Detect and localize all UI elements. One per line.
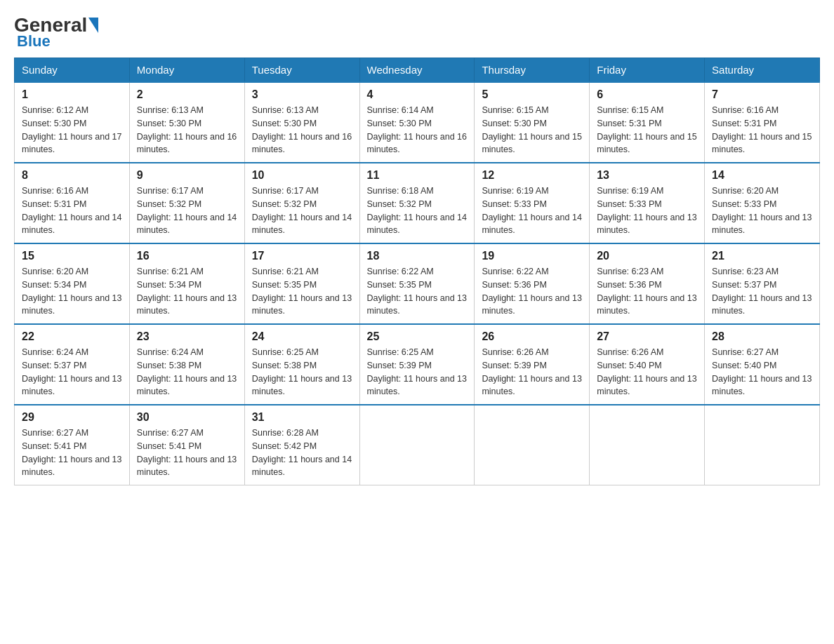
day-info: Sunrise: 6:27 AMSunset: 5:41 PMDaylight:…	[137, 428, 237, 477]
day-number: 30	[137, 411, 237, 424]
day-info: Sunrise: 6:20 AMSunset: 5:34 PMDaylight:…	[22, 267, 121, 316]
day-info: Sunrise: 6:26 AMSunset: 5:39 PMDaylight:…	[482, 347, 581, 396]
calendar-week-3: 15 Sunrise: 6:20 AMSunset: 5:34 PMDaylig…	[15, 243, 820, 324]
day-number: 3	[252, 88, 352, 101]
calendar-cell: 13 Sunrise: 6:19 AMSunset: 5:33 PMDaylig…	[590, 163, 705, 243]
day-info: Sunrise: 6:19 AMSunset: 5:33 PMDaylight:…	[482, 186, 581, 235]
day-info: Sunrise: 6:12 AMSunset: 5:30 PMDaylight:…	[22, 105, 121, 154]
day-info: Sunrise: 6:19 AMSunset: 5:33 PMDaylight:…	[597, 186, 696, 235]
day-info: Sunrise: 6:27 AMSunset: 5:41 PMDaylight:…	[22, 428, 121, 477]
day-number: 9	[137, 169, 237, 182]
calendar-cell	[705, 405, 820, 485]
calendar-cell: 1 Sunrise: 6:12 AMSunset: 5:30 PMDayligh…	[15, 82, 130, 163]
day-number: 31	[252, 411, 352, 424]
day-info: Sunrise: 6:22 AMSunset: 5:36 PMDaylight:…	[482, 267, 581, 316]
calendar-cell: 12 Sunrise: 6:19 AMSunset: 5:33 PMDaylig…	[475, 163, 590, 243]
calendar-cell: 22 Sunrise: 6:24 AMSunset: 5:37 PMDaylig…	[15, 324, 130, 405]
day-info: Sunrise: 6:18 AMSunset: 5:32 PMDaylight:…	[367, 186, 467, 235]
day-number: 22	[22, 330, 122, 343]
calendar-cell: 31 Sunrise: 6:28 AMSunset: 5:42 PMDaylig…	[244, 405, 359, 485]
day-number: 10	[252, 169, 352, 182]
day-info: Sunrise: 6:16 AMSunset: 5:31 PMDaylight:…	[712, 105, 812, 154]
calendar-cell: 8 Sunrise: 6:16 AMSunset: 5:31 PMDayligh…	[15, 163, 130, 243]
calendar-cell: 10 Sunrise: 6:17 AMSunset: 5:32 PMDaylig…	[244, 163, 359, 243]
calendar-cell: 9 Sunrise: 6:17 AMSunset: 5:32 PMDayligh…	[129, 163, 244, 243]
day-info: Sunrise: 6:20 AMSunset: 5:33 PMDaylight:…	[712, 186, 812, 235]
weekday-header-friday: Friday	[590, 58, 705, 83]
day-number: 28	[712, 330, 812, 343]
day-number: 18	[367, 250, 468, 262]
calendar-cell: 25 Sunrise: 6:25 AMSunset: 5:39 PMDaylig…	[359, 324, 475, 405]
day-number: 6	[597, 88, 697, 101]
day-info: Sunrise: 6:17 AMSunset: 5:32 PMDaylight:…	[137, 186, 237, 235]
day-number: 13	[597, 169, 697, 182]
logo-arrow-icon	[88, 18, 98, 33]
day-number: 12	[482, 169, 582, 182]
day-info: Sunrise: 6:24 AMSunset: 5:38 PMDaylight:…	[137, 347, 237, 396]
day-number: 29	[22, 411, 122, 424]
day-info: Sunrise: 6:16 AMSunset: 5:31 PMDaylight:…	[22, 186, 121, 235]
day-number: 25	[367, 330, 468, 343]
day-info: Sunrise: 6:13 AMSunset: 5:30 PMDaylight:…	[137, 105, 237, 154]
day-number: 8	[22, 169, 122, 182]
day-number: 1	[22, 88, 122, 101]
day-number: 7	[712, 88, 812, 101]
day-info: Sunrise: 6:21 AMSunset: 5:34 PMDaylight:…	[137, 267, 237, 316]
day-info: Sunrise: 6:25 AMSunset: 5:38 PMDaylight:…	[252, 347, 352, 396]
weekday-header-sunday: Sunday	[15, 58, 130, 83]
day-info: Sunrise: 6:17 AMSunset: 5:32 PMDaylight:…	[252, 186, 352, 235]
weekday-header-row: SundayMondayTuesdayWednesdayThursdayFrid…	[15, 58, 820, 83]
calendar-cell: 26 Sunrise: 6:26 AMSunset: 5:39 PMDaylig…	[475, 324, 590, 405]
day-info: Sunrise: 6:15 AMSunset: 5:31 PMDaylight:…	[597, 105, 696, 154]
page-header: General Blue	[14, 14, 820, 51]
calendar-week-4: 22 Sunrise: 6:24 AMSunset: 5:37 PMDaylig…	[15, 324, 820, 405]
weekday-header-monday: Monday	[129, 58, 244, 83]
calendar-cell: 6 Sunrise: 6:15 AMSunset: 5:31 PMDayligh…	[590, 82, 705, 163]
calendar-cell: 30 Sunrise: 6:27 AMSunset: 5:41 PMDaylig…	[129, 405, 244, 485]
calendar-cell	[590, 405, 705, 485]
day-info: Sunrise: 6:14 AMSunset: 5:30 PMDaylight:…	[367, 105, 467, 154]
weekday-header-wednesday: Wednesday	[359, 58, 475, 83]
day-number: 2	[137, 88, 237, 101]
day-number: 16	[137, 250, 237, 262]
day-number: 23	[137, 330, 237, 343]
calendar-cell: 24 Sunrise: 6:25 AMSunset: 5:38 PMDaylig…	[244, 324, 359, 405]
logo: General Blue	[14, 14, 100, 51]
day-number: 4	[367, 88, 468, 101]
calendar-cell: 20 Sunrise: 6:23 AMSunset: 5:36 PMDaylig…	[590, 243, 705, 324]
calendar-cell: 11 Sunrise: 6:18 AMSunset: 5:32 PMDaylig…	[359, 163, 475, 243]
day-number: 11	[367, 169, 468, 182]
calendar-cell: 19 Sunrise: 6:22 AMSunset: 5:36 PMDaylig…	[475, 243, 590, 324]
day-number: 19	[482, 250, 582, 262]
calendar-week-5: 29 Sunrise: 6:27 AMSunset: 5:41 PMDaylig…	[15, 405, 820, 485]
day-number: 15	[22, 250, 122, 262]
day-number: 21	[712, 250, 812, 262]
day-info: Sunrise: 6:28 AMSunset: 5:42 PMDaylight:…	[252, 428, 352, 477]
calendar-cell: 16 Sunrise: 6:21 AMSunset: 5:34 PMDaylig…	[129, 243, 244, 324]
day-info: Sunrise: 6:22 AMSunset: 5:35 PMDaylight:…	[367, 267, 467, 316]
calendar-cell: 5 Sunrise: 6:15 AMSunset: 5:30 PMDayligh…	[475, 82, 590, 163]
calendar-cell: 18 Sunrise: 6:22 AMSunset: 5:35 PMDaylig…	[359, 243, 475, 324]
calendar-cell: 14 Sunrise: 6:20 AMSunset: 5:33 PMDaylig…	[705, 163, 820, 243]
calendar-cell: 3 Sunrise: 6:13 AMSunset: 5:30 PMDayligh…	[244, 82, 359, 163]
calendar-cell: 2 Sunrise: 6:13 AMSunset: 5:30 PMDayligh…	[129, 82, 244, 163]
day-info: Sunrise: 6:21 AMSunset: 5:35 PMDaylight:…	[252, 267, 352, 316]
calendar-cell: 27 Sunrise: 6:26 AMSunset: 5:40 PMDaylig…	[590, 324, 705, 405]
day-number: 5	[482, 88, 582, 101]
day-info: Sunrise: 6:23 AMSunset: 5:36 PMDaylight:…	[597, 267, 696, 316]
day-number: 20	[597, 250, 697, 262]
calendar-cell: 21 Sunrise: 6:23 AMSunset: 5:37 PMDaylig…	[705, 243, 820, 324]
calendar-cell: 7 Sunrise: 6:16 AMSunset: 5:31 PMDayligh…	[705, 82, 820, 163]
day-info: Sunrise: 6:15 AMSunset: 5:30 PMDaylight:…	[482, 105, 581, 154]
day-number: 27	[597, 330, 697, 343]
calendar-cell	[359, 405, 475, 485]
calendar-cell: 23 Sunrise: 6:24 AMSunset: 5:38 PMDaylig…	[129, 324, 244, 405]
calendar-cell: 17 Sunrise: 6:21 AMSunset: 5:35 PMDaylig…	[244, 243, 359, 324]
weekday-header-thursday: Thursday	[475, 58, 590, 83]
calendar-table: SundayMondayTuesdayWednesdayThursdayFrid…	[14, 58, 820, 485]
day-info: Sunrise: 6:23 AMSunset: 5:37 PMDaylight:…	[712, 267, 812, 316]
weekday-header-saturday: Saturday	[705, 58, 820, 83]
calendar-cell: 4 Sunrise: 6:14 AMSunset: 5:30 PMDayligh…	[359, 82, 475, 163]
calendar-cell	[475, 405, 590, 485]
logo-blue-text: Blue	[17, 32, 51, 51]
